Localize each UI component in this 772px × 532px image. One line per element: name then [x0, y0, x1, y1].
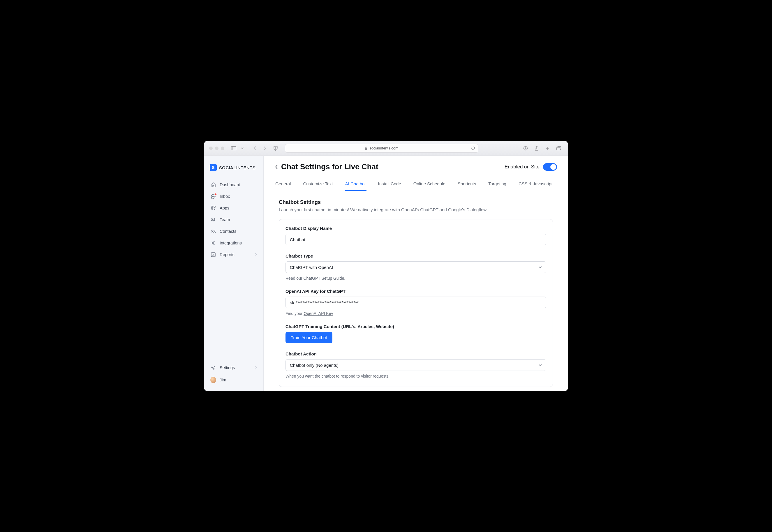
- new-tab-icon[interactable]: [544, 144, 552, 152]
- home-icon: [210, 182, 216, 187]
- train-chatbot-button[interactable]: Train Your Chatbot: [285, 332, 332, 343]
- chatbot-type-select[interactable]: ChatGPT with OpenAI: [285, 261, 546, 273]
- chatgpt-setup-guide-link[interactable]: ChatGPT Setup Guide: [303, 276, 344, 281]
- field-chatbot-type: Chatbot Type ChatGPT with OpenAI Read ou…: [285, 253, 546, 281]
- tab-customize-text[interactable]: Customize Text: [302, 179, 333, 191]
- svg-point-12: [212, 218, 213, 220]
- shield-icon[interactable]: [272, 144, 280, 152]
- field-display-name: Chatbot Display Name: [285, 226, 546, 245]
- enabled-label: Enabled on Site: [505, 164, 540, 170]
- chevron-down-icon[interactable]: [238, 144, 246, 152]
- section-title: Chatbot Settings: [279, 199, 553, 205]
- titlebar: socialintents.com: [204, 141, 568, 156]
- tab-shortcuts[interactable]: Shortcuts: [457, 179, 477, 191]
- sidebar-item-integrations[interactable]: Integrations: [207, 237, 260, 249]
- sidebar-item-settings[interactable]: Settings: [207, 362, 260, 373]
- sidebar-item-label: Integrations: [220, 241, 242, 245]
- tab-online-schedule[interactable]: Online Schedule: [413, 179, 446, 191]
- svg-point-16: [213, 242, 214, 244]
- chevron-down-icon: [538, 364, 542, 366]
- logo-text: SOCIALINTENTS: [219, 165, 255, 170]
- page-title-wrap: Chat Settings for Live Chat: [275, 162, 378, 171]
- svg-point-15: [214, 230, 215, 231]
- svg-rect-3: [365, 148, 367, 150]
- tab-ai-chatbot[interactable]: AI Chatbot: [345, 179, 366, 191]
- field-chatbot-action: Chatbot Action Chatbot only (No agents) …: [285, 351, 546, 378]
- lock-icon: [365, 147, 368, 150]
- page-title: Chat Settings for Live Chat: [281, 162, 378, 171]
- notification-dot-icon: [214, 193, 217, 195]
- maximize-window-icon[interactable]: [221, 147, 224, 150]
- field-label: Chatbot Action: [285, 351, 546, 356]
- section-block: Chatbot Settings Launch your first chatb…: [275, 199, 557, 387]
- titlebar-right: [521, 144, 563, 152]
- chat-icon: [210, 194, 216, 199]
- svg-rect-9: [211, 206, 213, 207]
- display-name-input[interactable]: [285, 234, 546, 245]
- sidebar-item-label: Contacts: [220, 229, 236, 234]
- settings-card: Chatbot Display Name Chatbot Type ChatGP…: [279, 219, 553, 387]
- enabled-toggle[interactable]: [543, 163, 557, 171]
- minimize-window-icon[interactable]: [215, 147, 218, 150]
- back-button[interactable]: [251, 144, 259, 152]
- sidebar-item-apps[interactable]: Apps: [207, 202, 260, 214]
- back-chevron-icon[interactable]: [275, 164, 278, 170]
- help-text: Find your OpenAI API Key: [285, 311, 546, 316]
- reload-icon[interactable]: [471, 146, 475, 150]
- svg-point-14: [212, 230, 213, 232]
- tab-targeting[interactable]: Targeting: [488, 179, 507, 191]
- select-value: Chatbot only (No agents): [290, 363, 339, 368]
- apps-icon: [210, 205, 216, 211]
- chatbot-action-select[interactable]: Chatbot only (No agents): [285, 359, 546, 371]
- field-label: ChatGPT Training Content (URL's, Article…: [285, 324, 546, 329]
- url-bar[interactable]: socialintents.com: [285, 144, 478, 153]
- chevron-right-icon: [255, 366, 257, 369]
- tab-install-code[interactable]: Install Code: [378, 179, 402, 191]
- tab-general[interactable]: General: [275, 179, 291, 191]
- svg-rect-11: [211, 209, 213, 210]
- sidebar-item-reports[interactable]: Reports: [207, 249, 260, 260]
- share-icon[interactable]: [533, 144, 541, 152]
- sidebar-item-label: Team: [220, 217, 230, 222]
- close-window-icon[interactable]: [209, 147, 213, 150]
- svg-rect-5: [557, 147, 560, 150]
- main-content: Chat Settings for Live Chat Enabled on S…: [264, 156, 568, 391]
- help-text: Read our ChatGPT Setup Guide.: [285, 276, 546, 281]
- sidebar-item-label: Apps: [220, 206, 229, 210]
- app-body: S SOCIALINTENTS Dashboard In: [204, 156, 568, 391]
- sidebar-item-label: Inbox: [220, 194, 230, 199]
- traffic-lights: [209, 147, 224, 150]
- field-label: Chatbot Type: [285, 253, 546, 258]
- svg-point-18: [213, 367, 214, 369]
- nav-arrows: [251, 144, 269, 152]
- api-key-input[interactable]: [285, 297, 546, 308]
- logo[interactable]: S SOCIALINTENTS: [204, 161, 263, 179]
- sidebar-item-inbox[interactable]: Inbox: [207, 191, 260, 202]
- sidebar: S SOCIALINTENTS Dashboard In: [204, 156, 264, 391]
- gear-icon: [210, 240, 216, 246]
- contacts-icon: [210, 229, 216, 234]
- sidebar-toggle-group: [230, 144, 246, 152]
- sidebar-item-dashboard[interactable]: Dashboard: [207, 179, 260, 190]
- field-label: OpenAI API Key for ChatGPT: [285, 289, 546, 294]
- sidebar-toggle-icon[interactable]: [230, 144, 238, 152]
- svg-rect-10: [214, 206, 215, 207]
- forward-button[interactable]: [260, 144, 269, 152]
- sidebar-item-team[interactable]: Team: [207, 214, 260, 225]
- field-api-key: OpenAI API Key for ChatGPT Find your Ope…: [285, 289, 546, 316]
- openai-api-key-link[interactable]: OpenAI API Key: [304, 311, 333, 316]
- tabs: General Customize Text AI Chatbot Instal…: [275, 179, 557, 191]
- svg-point-7: [213, 196, 214, 197]
- team-icon: [210, 217, 216, 222]
- chevron-right-icon: [255, 253, 257, 256]
- field-label: Chatbot Display Name: [285, 226, 546, 231]
- page-header: Chat Settings for Live Chat Enabled on S…: [275, 162, 557, 171]
- downloads-icon[interactable]: [521, 144, 530, 152]
- sidebar-item-contacts[interactable]: Contacts: [207, 226, 260, 237]
- tab-css-javascript[interactable]: CSS & Javascript: [518, 179, 553, 191]
- tabs-icon[interactable]: [555, 144, 563, 152]
- sidebar-item-label: Dashboard: [220, 182, 240, 187]
- url-host: socialintents.com: [369, 146, 399, 150]
- sidebar-item-user[interactable]: Jim: [207, 374, 260, 386]
- help-text: When you want the chatbot to respond to …: [285, 374, 546, 378]
